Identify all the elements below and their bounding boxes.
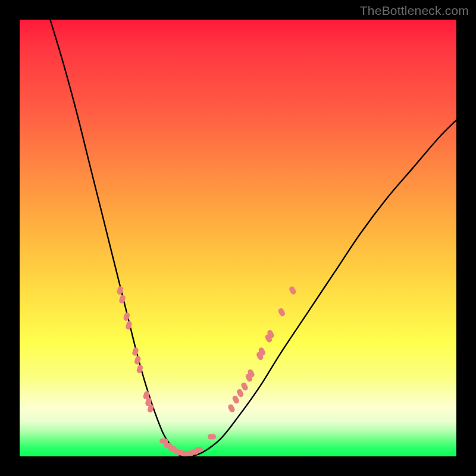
marker-dot [116, 286, 124, 295]
marker-dot [125, 321, 133, 330]
marker-dot [277, 308, 286, 318]
plot-area [20, 20, 456, 456]
marker-dot [123, 312, 130, 321]
bottleneck-chart-svg [20, 20, 456, 456]
marker-dot [236, 388, 245, 398]
curve-layer [50, 20, 456, 457]
marker-dot [289, 286, 298, 296]
watermark-text: TheBottleneck.com [360, 4, 469, 18]
outer-frame: TheBottleneck.com [0, 0, 476, 476]
marker-dot [118, 295, 126, 304]
marker-dot [227, 403, 236, 414]
bottleneck-curve [50, 20, 456, 457]
marker-dot [195, 447, 203, 453]
marker-dot [208, 434, 216, 440]
marker-dot [231, 394, 240, 405]
marker-dot [131, 347, 139, 356]
marker-dot [240, 381, 249, 392]
